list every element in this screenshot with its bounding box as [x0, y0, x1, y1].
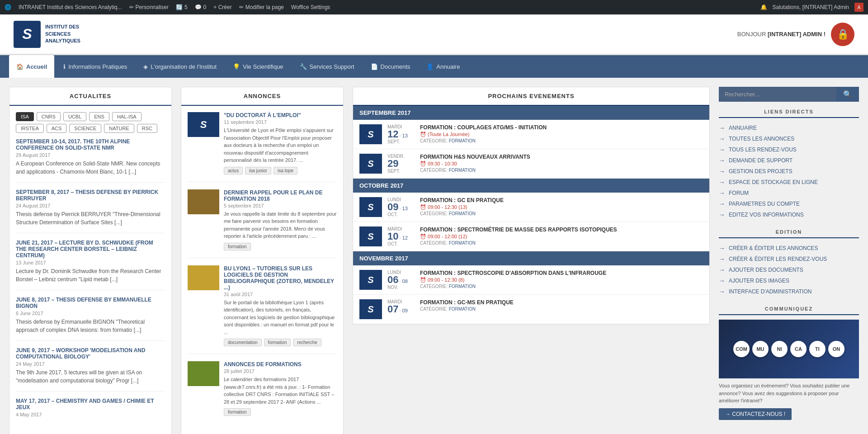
tag[interactable]: isa tope — [274, 167, 297, 175]
tag-ens[interactable]: ENS — [89, 112, 109, 121]
nav-item-infos[interactable]: ℹ Informations Pratiques — [56, 55, 134, 78]
communiquez-title: COMMUNIQUEZ — [719, 306, 859, 315]
news-title[interactable]: SEPTEMBER 8, 2017 – THESIS DEFENSE BY PI… — [16, 189, 165, 202]
news-desc: Thesis defense by Emmanuelle BIGNON "The… — [16, 318, 165, 334]
nav-item-documents[interactable]: 📄 Documents — [363, 55, 418, 78]
create-link[interactable]: + Créer — [213, 4, 231, 10]
arrow-icon: → — [719, 157, 725, 164]
sidebar-link-annonces[interactable]: → TOUTES LES ANNONCES — [719, 133, 859, 144]
sidebar-link-stockage[interactable]: → ESPACE DE STOCKAGE EN LIGNE — [719, 177, 859, 188]
announce-title[interactable]: BU LYON1 – TUTORIELS SUR LES LOGICIELS D… — [224, 265, 337, 291]
tag-science[interactable]: SCIENCE — [69, 124, 101, 133]
search-button[interactable]: 🔍 — [836, 87, 859, 102]
tag[interactable]: recherche — [293, 339, 321, 346]
sidebar-link-support[interactable]: → DEMANDE DE SUPPORT — [719, 155, 859, 166]
announce-date: 11 septembre 2017 — [224, 119, 337, 125]
sidebar-link-creer-rdv[interactable]: → CRÉER & ÉDITER LES RENDEZ-VOUS — [719, 254, 859, 264]
news-title[interactable]: SEPTEMBER 10-14, 2017. THE 10TH ALPINE C… — [16, 138, 165, 151]
arrow-icon: → — [719, 211, 725, 218]
notification-icon[interactable]: 🔔 — [760, 4, 767, 10]
arrow-icon: → — [719, 245, 725, 252]
sidebar-link-admin[interactable]: → INTERFACE D'ADMINISTRATION — [719, 286, 859, 297]
bubble-2: NI — [771, 341, 788, 357]
wp-icon: 🌐 — [5, 4, 11, 10]
nav-item-vie-scientifique[interactable]: 💡 Vie Scientifique — [226, 55, 290, 78]
announce-title[interactable]: "DU DOCTORAT À L'EMPLOI" — [224, 112, 337, 118]
news-date: 24 May 2017 — [16, 361, 165, 367]
news-desc: Thesis defense by Pierrick BERRUYER "Thr… — [16, 210, 165, 226]
tag[interactable]: formation — [224, 408, 251, 416]
news-title[interactable]: JUNE 8, 2017 – THESIS DEFENSE BY EMMANUE… — [16, 297, 165, 309]
sidebar-link-params[interactable]: → PARAMETRES DU COMPTE — [719, 198, 859, 209]
news-title[interactable]: JUNE 21, 2017 – LECTURE BY D. SCHWUDKE (… — [16, 240, 165, 259]
nav-item-annuaire[interactable]: 👤 Annuaire — [419, 55, 467, 78]
personalise-link[interactable]: ✏ Personnaliser — [129, 4, 169, 10]
edit2-icon: ✏ — [239, 4, 244, 10]
nav-item-services-support[interactable]: 🔧 Services Support — [292, 55, 362, 78]
bubble-4: TI — [809, 341, 826, 357]
bubble-5: ON — [828, 341, 844, 357]
tag-hal-isa[interactable]: HAL-ISA — [112, 112, 142, 121]
sidebar-link-annuaire[interactable]: → ANNUAIRE — [719, 123, 859, 133]
edit-page-link[interactable]: ✏ Modifier la page — [239, 4, 284, 10]
sidebar-link-add-docs[interactable]: → AJOUTER DES DOCUMENTS — [719, 264, 859, 275]
announce-title[interactable]: DERNIER RAPPEL POUR LE PLAN DE FORMATION… — [224, 189, 337, 202]
nav-item-organisation[interactable]: ◈ L'organisation de l'Institut — [136, 55, 224, 78]
announce-date: 5 septembre 2017 — [224, 203, 337, 208]
sidebar-link-rdv[interactable]: → TOUS LES RENDEZ-VOUS — [719, 144, 859, 155]
tag-acs[interactable]: ACS — [47, 124, 67, 133]
woffice-settings-link[interactable]: Woffice Settings — [291, 4, 330, 10]
edition-section: EDITION → CRÉER & ÉDITER LES ANNONCES → … — [719, 229, 859, 297]
announce-content: ANNONCES DE FORMATIONS 28 juillet 2017 L… — [224, 361, 337, 416]
tag-ucbl[interactable]: UCBL — [63, 112, 86, 121]
nav-item-accueil[interactable]: 🏠 Accueil — [9, 55, 54, 78]
event-date-block: LUNDI 06 · 08 NOV. — [387, 270, 415, 290]
tag-rsc[interactable]: RSC — [137, 124, 157, 133]
event-date-block: LUNDI 09 · 13 OCT. — [387, 197, 415, 217]
events-header: PROCHAINS EVENEMENTS — [353, 87, 709, 106]
news-date: 4 May 2017 — [16, 412, 165, 417]
event-info: FORMATION H&S NOUVEAUX ARRIVANTS ⏰ 09:30… — [420, 154, 703, 174]
sidebar-link-editez[interactable]: → EDITEZ VOS INFORMATIONS — [719, 209, 859, 220]
updates-link[interactable]: 🔄 5 — [176, 4, 188, 10]
site-name[interactable]: INTRANET Institut des Sciences Analytiq.… — [19, 4, 122, 10]
announce-title[interactable]: ANNONCES DE FORMATIONS — [224, 361, 337, 368]
announce-text: Sur le portail de la bibliothèque Lyon 1… — [224, 299, 337, 336]
sidebar-link-add-images[interactable]: → AJOUTER DES IMAGES — [719, 275, 859, 286]
contactez-nous-button[interactable]: → CONTACTEZ-NOUS ! — [719, 408, 792, 420]
arrow-icon: → — [719, 146, 725, 153]
event-thumb: S — [359, 197, 382, 217]
tag-irstea[interactable]: IRSTEA — [16, 124, 44, 133]
announce-date: 28 juillet 2017 — [224, 368, 337, 374]
news-title[interactable]: JUNE 9, 2017 – WORKSHOP 'MODELISATION AN… — [16, 347, 165, 360]
main-nav: 🏠 Accueil ℹ Informations Pratiques ◈ L'o… — [0, 55, 868, 78]
sidebar-link-creer-annonces[interactable]: → CRÉER & ÉDITER LES ANNONCES — [719, 243, 859, 254]
tag[interactable]: documentation — [224, 339, 262, 346]
tag-cnrs[interactable]: CNRS — [37, 112, 61, 121]
tag[interactable]: isa junior — [245, 167, 271, 175]
search-input[interactable] — [719, 87, 836, 102]
tag[interactable]: actus — [224, 167, 243, 175]
announce-text: Le calendrier des formations 2017 (www.d… — [224, 376, 337, 406]
sidebar-link-forum[interactable]: → FORUM — [719, 188, 859, 198]
news-title[interactable]: MAY 17, 2017 – CHEMISTRY AND GAMES / CHI… — [16, 398, 165, 410]
news-item: SEPTEMBER 10-14, 2017. THE 10TH ALPINE C… — [16, 138, 165, 183]
tag-nature[interactable]: NATURE — [104, 124, 134, 133]
announce-tags: formation — [224, 243, 337, 250]
lock-button[interactable]: 🔒 — [831, 23, 854, 46]
announce-text: Je vous rappelle la date limite du 8 sep… — [224, 210, 337, 240]
sidebar-link-projets[interactable]: → GESTION DES PROJETS — [719, 166, 859, 177]
tag[interactable]: formation — [224, 243, 251, 250]
news-date: 29 August 2017 — [16, 152, 165, 158]
tag-isa[interactable]: ISA — [16, 112, 34, 121]
announce-content: DERNIER RAPPEL POUR LE PLAN DE FORMATION… — [224, 189, 337, 250]
tag[interactable]: formation — [264, 339, 291, 346]
admin-bar-right: 🔔 Salutations, [INTRANET] Admin A — [760, 3, 863, 12]
announce-tags: documentation formation recherche — [224, 339, 337, 346]
wp-logo[interactable]: 🌐 — [5, 4, 11, 10]
logo-area[interactable]: S INSTITUT DES SCIENCES ANALYTIQUES — [14, 21, 80, 48]
arrow-icon: → — [719, 168, 725, 175]
announce-item: S "DU DOCTORAT À L'EMPLOI" 11 septembre … — [188, 112, 337, 182]
logo-text: INSTITUT DES SCIENCES ANALYTIQUES — [45, 24, 80, 44]
comments-link[interactable]: 💬 0 — [195, 4, 207, 10]
